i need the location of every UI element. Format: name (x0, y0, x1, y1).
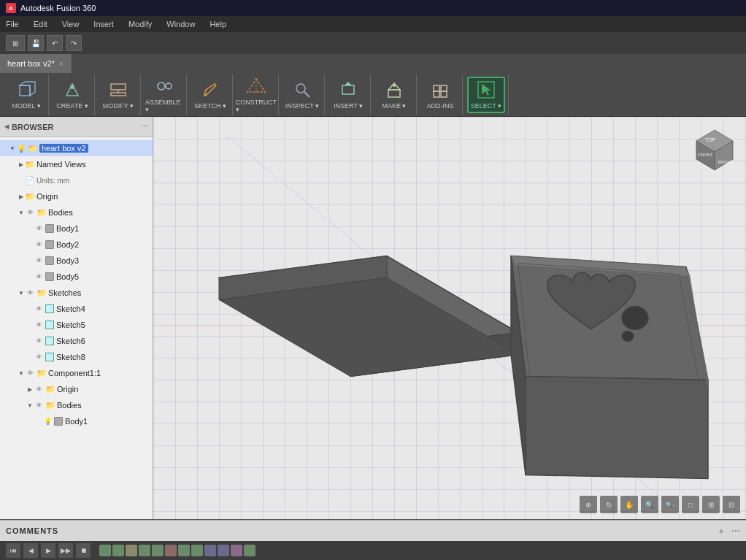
bodies-eye: 👁 (25, 207, 35, 218)
vp-zoomout-button[interactable]: 🔍- (661, 496, 679, 513)
timeline-end-button[interactable]: ⏹ (76, 543, 91, 558)
timeline-item-3[interactable] (126, 545, 137, 556)
tool-create[interactable]: CREATE ▾ (53, 77, 91, 113)
menu-file[interactable]: File (3, 18, 22, 30)
tree-body2[interactable]: 👁 Body2 (0, 237, 153, 253)
tool-group-select: SELECT ▾ (464, 74, 509, 115)
tree-sketch6[interactable]: 👁 Sketch6 (0, 333, 153, 349)
tool-model[interactable]: MODEL ▾ (7, 77, 45, 113)
comments-add-button[interactable]: ＋ (717, 525, 726, 537)
svg-rect-23 (441, 85, 447, 91)
vp-display-button[interactable]: □ (682, 496, 699, 513)
menu-window[interactable]: Window (164, 18, 198, 30)
timeline-prev-button[interactable]: ◀ (23, 543, 38, 558)
timeline-item-11[interactable] (231, 545, 242, 556)
vp-orbit-button[interactable]: ↻ (600, 496, 618, 513)
timeline-play-button[interactable]: ▶ (41, 543, 55, 558)
body1-expand (26, 225, 34, 232)
svg-rect-19 (388, 90, 400, 97)
tree-comp1-bodies[interactable]: ▼ 👁 📁 Bodies (0, 397, 153, 413)
vp-pan-button[interactable]: ✋ (620, 496, 638, 513)
tree-sketch5[interactable]: 👁 Sketch5 (0, 317, 153, 333)
timeline-item-8[interactable] (191, 545, 203, 556)
menu-edit[interactable]: Edit (31, 18, 50, 30)
sketch5-expand (26, 321, 34, 329)
timeline-item-5[interactable] (152, 545, 164, 556)
tool-group-sketch: SKETCH ▾ (188, 74, 233, 115)
menu-modify[interactable]: Modify (126, 18, 155, 30)
timeline-item-4[interactable] (139, 545, 150, 556)
menu-help[interactable]: Help (207, 18, 229, 30)
sketch8-eye: 👁 (34, 352, 44, 362)
tab-heartbox[interactable]: heart box v2* × (0, 54, 72, 73)
tool-inspect[interactable]: INSPECT ▾ (283, 77, 321, 113)
sketch4-expand (26, 305, 34, 312)
tree-sketches[interactable]: ▼ 👁 📁 Sketches (0, 285, 153, 301)
vp-move-button[interactable]: ⊕ (580, 496, 597, 513)
tree-body5[interactable]: 👁 Body5 (0, 269, 153, 285)
timeline-item-9[interactable] (204, 545, 216, 556)
body1-label: Body1 (56, 224, 79, 233)
menu-insert[interactable]: Insert (91, 18, 117, 30)
comments-label: COMMENTS (6, 526, 58, 535)
timeline-item-12[interactable] (244, 545, 255, 556)
timeline-start-button[interactable]: ⏮ (6, 543, 20, 558)
tree-origin[interactable]: ▶ 📁 Origin (0, 188, 153, 204)
tree-component1[interactable]: ▼ 👁 📁 Component1:1 (0, 365, 153, 381)
tree-comp1-body1[interactable]: 💡 Body1 (0, 413, 153, 429)
tree-root[interactable]: ▼ 💡 📁 heart box v2 (0, 140, 153, 156)
timeline-item-7[interactable] (178, 545, 190, 556)
timeline-item-6[interactable] (165, 545, 177, 556)
svg-rect-17 (342, 85, 354, 94)
tree-body3[interactable]: 👁 Body3 (0, 253, 153, 269)
tool-insert[interactable]: INSERT ▾ (329, 77, 367, 113)
qa-save-button[interactable]: 💾 (28, 35, 44, 51)
bodies-expand: ▼ (18, 209, 25, 216)
tool-select[interactable]: SELECT ▾ (467, 77, 505, 113)
tree-units[interactable]: 📄 Units: mm (0, 172, 153, 188)
sketches-expand: ▼ (18, 289, 25, 296)
tool-modify[interactable]: MODIFY ▾ (99, 77, 137, 113)
tool-addins[interactable]: ADD-INS (421, 77, 459, 113)
qa-redo-button[interactable]: ↷ (66, 35, 82, 51)
tool-assemble[interactable]: ASSEMBLE ▾ (145, 77, 183, 113)
timeline-item-2[interactable] (112, 545, 124, 556)
tree-sketch8[interactable]: 👁 Sketch8 (0, 349, 153, 365)
units-icon: 📄 (25, 175, 35, 185)
origin-label: Origin (36, 192, 58, 201)
tool-group-addins: ADD-INS (418, 74, 463, 115)
tree-namedviews[interactable]: ▶ 📁 Named Views (0, 156, 153, 172)
tree-sketch4[interactable]: 👁 Sketch4 (0, 301, 153, 317)
tool-sketch[interactable]: SKETCH ▾ (191, 77, 229, 113)
tab-close-button[interactable]: × (59, 60, 64, 68)
tool-make[interactable]: MAKE ▾ (375, 77, 413, 113)
view-cube[interactable]: TOP FRONT RIGHT (689, 123, 740, 174)
viewport[interactable]: TOP FRONT RIGHT ⊕ ↻ ✋ 🔍 🔍- □ ⊞ ⊟ (153, 117, 746, 519)
tree-comp1-origin[interactable]: ▶ 👁 📁 Origin (0, 381, 153, 397)
modify-icon (108, 80, 128, 100)
svg-point-39 (622, 331, 634, 342)
quickbar: ⊞ 💾 ↶ ↷ (0, 32, 746, 54)
browser-options[interactable]: ⋯ (140, 122, 148, 131)
body5-eye: 👁 (34, 272, 44, 282)
comp1-body1-light: 💡 (42, 416, 53, 426)
qa-undo-button[interactable]: ↶ (47, 35, 63, 51)
units-expand (18, 177, 25, 184)
comments-options-button[interactable]: ⋯ (731, 526, 740, 536)
qa-grid-button[interactable]: ⊞ (6, 35, 25, 51)
create-icon (62, 80, 82, 100)
body5-expand (26, 273, 34, 280)
tree-body1[interactable]: 👁 Body1 (0, 220, 153, 237)
menu-view[interactable]: View (59, 18, 82, 30)
vp-settings-button[interactable]: ⊟ (723, 496, 740, 513)
timeline-item-10[interactable] (218, 545, 229, 556)
timeline-next-button[interactable]: ▶▶ (58, 543, 73, 558)
tool-construct[interactable]: CONSTRUCT ▾ (237, 77, 275, 113)
vp-zoomin-button[interactable]: 🔍 (641, 496, 658, 513)
tabbar: heart box v2* × (0, 54, 746, 73)
vp-grid-button[interactable]: ⊞ (702, 496, 720, 513)
sketch5-sketch-icon (45, 321, 54, 329)
timeline-item-1[interactable] (99, 545, 111, 556)
tree-bodies[interactable]: ▼ 👁 📁 Bodies (0, 204, 153, 220)
main-content: ◀ BROWSER ⋯ ▼ 💡 📁 heart box v2 ▶ 📁 Named… (0, 117, 746, 519)
